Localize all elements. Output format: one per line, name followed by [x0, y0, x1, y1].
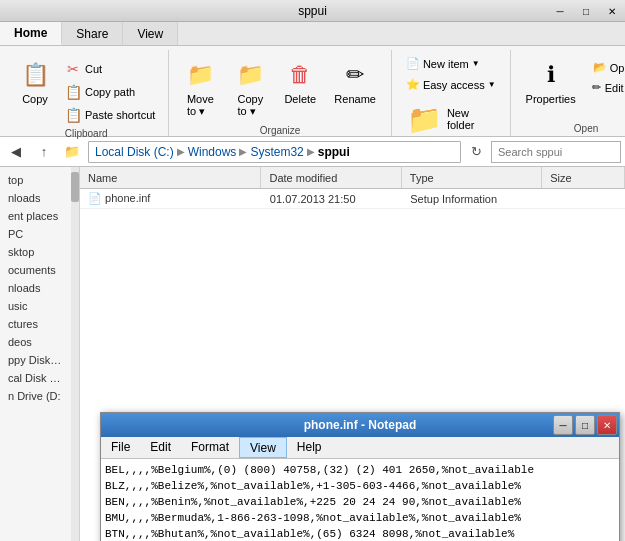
col-header-size[interactable]: Size	[542, 167, 625, 188]
ribbon-group-clipboard: 📋 Copy ✂ Cut 📋 Copy path 📋 Paste	[4, 50, 169, 136]
notepad-menu-file[interactable]: File	[101, 437, 140, 458]
file-name-cell: 📄 phone.inf	[80, 190, 262, 207]
cut-label: Cut	[85, 63, 102, 75]
maximize-button[interactable]: □	[573, 0, 599, 22]
title-bar-controls: ─ □ ✕	[547, 0, 625, 22]
rename-button[interactable]: ✏ Rename	[327, 54, 383, 110]
window-title: sppui	[298, 4, 327, 18]
new-folder-button[interactable]: 📁 Newfolder	[400, 96, 482, 142]
minimize-button[interactable]: ─	[547, 0, 573, 22]
properties-icon: ℹ	[535, 59, 567, 91]
clipboard-small-buttons: ✂ Cut 📋 Copy path 📋 Paste shortcut	[60, 54, 160, 126]
notepad-menu-format[interactable]: Format	[181, 437, 239, 458]
sidebar-item-11[interactable]: cal Disk (C:	[0, 369, 71, 387]
copy-to-button[interactable]: 📁 Copyto ▾	[227, 54, 273, 123]
move-to-icon: 📁	[184, 59, 216, 91]
ribbon-group-organize: 📁 Moveto ▾ 📁 Copyto ▾ 🗑 Delete ✏ Rename …	[169, 50, 392, 136]
sidebar-item-12[interactable]: n Drive (D:	[0, 387, 71, 405]
sidebar: top nloads ent places PC sktop ocuments …	[0, 167, 80, 541]
table-row[interactable]: 📄 phone.inf 01.07.2013 21:50 Setup Infor…	[80, 189, 625, 209]
folder-icon: 📁	[60, 141, 84, 163]
new-folder-label: Newfolder	[447, 107, 475, 131]
notepad-content: BEL,,,,%Belgium%,(0) (800) 40758,(32) (2…	[101, 459, 619, 541]
sidebar-item-5[interactable]: ocuments	[0, 261, 71, 279]
paste-shortcut-label: Paste shortcut	[85, 109, 155, 121]
sidebar-scrollbar[interactable]	[71, 167, 79, 541]
copy-to-icon: 📁	[234, 59, 266, 91]
paste-shortcut-button[interactable]: 📋 Paste shortcut	[60, 104, 160, 126]
up-button[interactable]: ↑	[32, 141, 56, 163]
breadcrumb-current: sppui	[318, 145, 350, 159]
notepad-title-controls: ─ □ ✕	[553, 415, 617, 435]
rename-icon: ✏	[339, 59, 371, 91]
new-item-arrow: ▼	[472, 59, 480, 68]
edit-label: Edit	[605, 82, 624, 94]
delete-icon: 🗑	[284, 59, 316, 91]
organize-buttons: 📁 Moveto ▾ 📁 Copyto ▾ 🗑 Delete ✏ Rename	[177, 50, 383, 123]
notepad-title: phone.inf - Notepad	[304, 418, 417, 432]
delete-button[interactable]: 🗑 Delete	[277, 54, 323, 110]
breadcrumb-windows[interactable]: Windows	[188, 145, 237, 159]
col-header-name[interactable]: Name	[80, 167, 261, 188]
sidebar-item-10[interactable]: ppy Disk Dri	[0, 351, 71, 369]
refresh-button[interactable]: ↻	[465, 141, 487, 163]
notepad-minimize-button[interactable]: ─	[553, 415, 573, 435]
breadcrumb[interactable]: Local Disk (C:) ▶ Windows ▶ System32 ▶ s…	[88, 141, 461, 163]
sidebar-item-1[interactable]: nloads	[0, 189, 71, 207]
col-header-date[interactable]: Date modified	[261, 167, 401, 188]
ribbon-group-open: ℹ Properties 📂 Open ▼ ✏ Edit Open	[511, 50, 625, 136]
open-small-buttons: 📂 Open ▼ ✏ Edit	[587, 54, 625, 97]
cut-button[interactable]: ✂ Cut	[60, 58, 160, 80]
file-date-cell: 01.07.2013 21:50	[262, 191, 402, 207]
sidebar-item-6[interactable]: nloads	[0, 279, 71, 297]
copy-button[interactable]: 📋 Copy	[12, 54, 58, 110]
sidebar-item-0[interactable]: top	[0, 171, 71, 189]
close-button[interactable]: ✕	[599, 0, 625, 22]
notepad-close-button[interactable]: ✕	[597, 415, 617, 435]
rename-label: Rename	[334, 93, 376, 105]
new-folder-icon: 📁	[407, 101, 443, 137]
open-buttons: ℹ Properties 📂 Open ▼ ✏ Edit	[519, 50, 625, 121]
open-button[interactable]: 📂 Open ▼	[587, 58, 625, 77]
move-to-button[interactable]: 📁 Moveto ▾	[177, 54, 223, 123]
copy-to-label: Copyto ▾	[237, 93, 263, 118]
sidebar-item-7[interactable]: usic	[0, 297, 71, 315]
new-item-button[interactable]: 📄 New item ▼	[400, 54, 486, 73]
notepad-maximize-button[interactable]: □	[575, 415, 595, 435]
tab-home[interactable]: Home	[0, 22, 62, 45]
easy-access-arrow: ▼	[488, 80, 496, 89]
ribbon-content: 📋 Copy ✂ Cut 📋 Copy path 📋 Paste	[0, 46, 625, 136]
properties-label: Properties	[526, 93, 576, 105]
tab-share[interactable]: Share	[62, 22, 123, 45]
sidebar-item-9[interactable]: deos	[0, 333, 71, 351]
sidebar-item-3[interactable]: PC	[0, 225, 71, 243]
open-icon: 📂	[593, 61, 607, 74]
new-item-label: New item	[423, 58, 469, 70]
address-bar: ◀ ↑ 📁 Local Disk (C:) ▶ Windows ▶ System…	[0, 137, 625, 167]
ribbon-tabs: Home Share View	[0, 22, 625, 46]
properties-button[interactable]: ℹ Properties	[519, 54, 583, 110]
easy-access-button[interactable]: ⭐ Easy access ▼	[400, 75, 502, 94]
breadcrumb-local-disk[interactable]: Local Disk (C:)	[95, 145, 174, 159]
copy-path-label: Copy path	[85, 86, 135, 98]
notepad-menu-view[interactable]: View	[239, 437, 287, 458]
file-name: phone.inf	[105, 192, 150, 204]
notepad-menu-help[interactable]: Help	[287, 437, 332, 458]
notepad-window: phone.inf - Notepad ─ □ ✕ File Edit Form…	[100, 412, 620, 541]
breadcrumb-sep-3: ▶	[307, 146, 315, 157]
tab-view[interactable]: View	[123, 22, 178, 45]
sidebar-item-2[interactable]: ent places	[0, 207, 71, 225]
search-input[interactable]	[491, 141, 621, 163]
new-item-icon: 📄	[406, 57, 420, 70]
sidebar-item-8[interactable]: ctures	[0, 315, 71, 333]
sidebar-item-4[interactable]: sktop	[0, 243, 71, 261]
open-label: Open	[610, 62, 625, 74]
copy-path-button[interactable]: 📋 Copy path	[60, 81, 160, 103]
breadcrumb-system32[interactable]: System32	[250, 145, 303, 159]
edit-button[interactable]: ✏ Edit	[587, 78, 625, 97]
col-header-type[interactable]: Type	[402, 167, 542, 188]
back-button[interactable]: ◀	[4, 141, 28, 163]
clipboard-group-label: Clipboard	[65, 126, 108, 141]
copy-path-icon: 📋	[65, 84, 81, 100]
notepad-menu-edit[interactable]: Edit	[140, 437, 181, 458]
